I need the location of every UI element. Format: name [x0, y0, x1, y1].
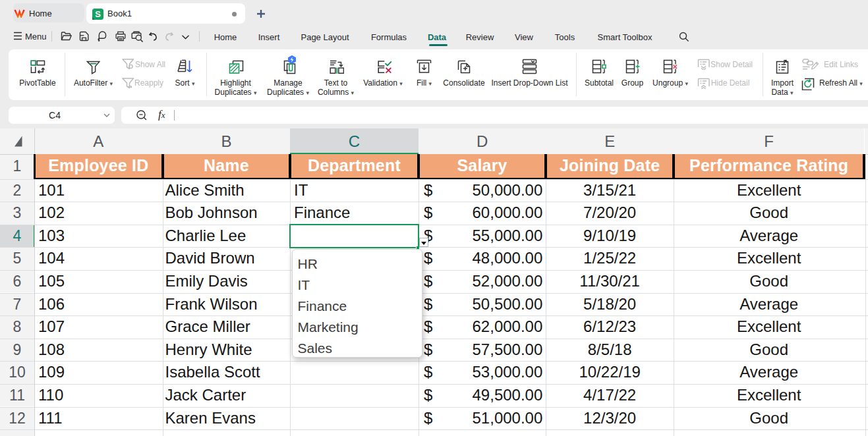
svg-text:S: S — [95, 9, 101, 19]
